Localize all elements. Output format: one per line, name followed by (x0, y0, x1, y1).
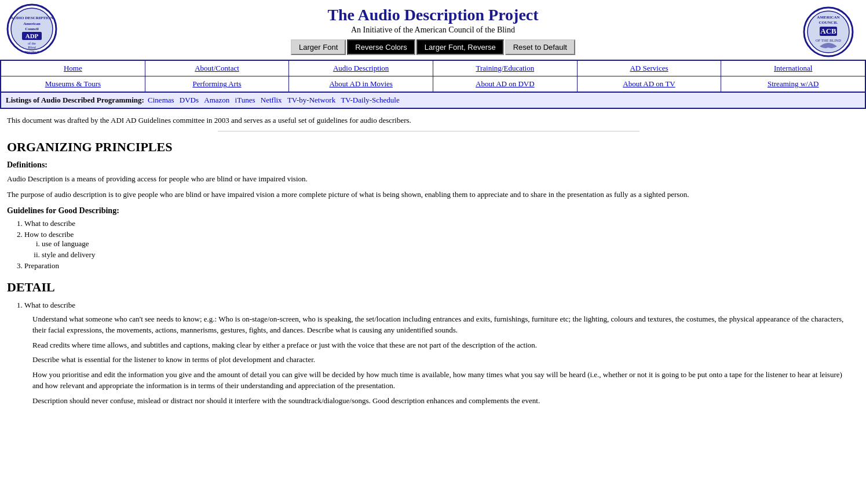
nav-ad-services-link[interactable]: AD Services (630, 64, 668, 72)
detail-item-1-para-4: How you prioritise and edit the informat… (32, 369, 850, 392)
nav-streaming[interactable]: Streaming w/AD (721, 76, 865, 92)
nav-tv[interactable]: About AD on TV (578, 76, 722, 92)
nav-audio-description[interactable]: Audio Description (289, 61, 433, 76)
reverse-colors-button[interactable]: Reverse Colors (347, 39, 415, 55)
nav-training[interactable]: Training/Education (433, 61, 578, 76)
nav-dvd[interactable]: About AD on DVD (433, 76, 578, 92)
detail-item-1-para-2: Read credits where time allows, and subt… (32, 339, 850, 351)
nav-performing[interactable]: Performing Arts (145, 76, 290, 92)
nav-home[interactable]: Home (1, 61, 145, 76)
definitions-heading: Definitions: (7, 160, 850, 170)
larger-font-button[interactable]: Larger Font (291, 39, 346, 55)
nav-audio-desc-link[interactable]: Audio Description (333, 64, 389, 72)
detail-list: What to describe Understand what someone… (24, 301, 850, 407)
nav-about-link[interactable]: About/Contact (195, 64, 239, 72)
guidelines-heading: Guidelines for Good Describing: (7, 206, 850, 216)
detail-item-1-para-3: Describe what is essential for the liste… (32, 354, 850, 366)
page-header: The Audio Description Project An Initiat… (0, 0, 866, 60)
toolbar: Larger Font Reverse Colors Larger Font, … (291, 39, 575, 55)
nav-tv-link[interactable]: About AD on TV (623, 79, 675, 88)
detail-item-1-title: What to describe (24, 301, 850, 310)
nav-home-link[interactable]: Home (64, 64, 82, 72)
detail-item-1-para-5: Description should never confuse, mislea… (32, 395, 850, 407)
nav-international-link[interactable]: International (774, 64, 812, 72)
nav-international[interactable]: International (721, 61, 865, 76)
listings-tv-daily[interactable]: TV-Daily-Schedule (341, 96, 399, 104)
main-content: This document was drafted by the ADI AD … (0, 109, 857, 418)
page-subtitle: An Initiative of the American Council of… (291, 25, 575, 35)
listings-label: Listings of Audio Described Programming: (6, 96, 144, 104)
definition-1: Audio Description is a means of providin… (7, 173, 850, 185)
guideline-2-sub-2: style and delivery (42, 250, 850, 260)
section-divider (218, 131, 640, 132)
nav-museums-link[interactable]: Museums & Tours (45, 79, 101, 88)
listings-amazon[interactable]: Amazon (204, 96, 229, 104)
guideline-2-sub-1: use of language (42, 239, 850, 249)
listings-tv-network[interactable]: TV-by-Network (287, 96, 335, 104)
detail-item-1-para-1: Understand what someone who can't see ne… (32, 313, 850, 336)
larger-font-reverse-button[interactable]: Larger Font, Reverse (416, 39, 504, 55)
intro-paragraph: This document was drafted by the ADI AD … (7, 115, 850, 126)
listings-cinemas[interactable]: Cinemas (148, 96, 174, 104)
nav-training-link[interactable]: Training/Education (476, 64, 535, 72)
organizing-principles-heading: ORGANIZING PRINCIPLES (7, 140, 850, 155)
nav-row-1: Home About/Contact Audio Description Tra… (1, 61, 865, 76)
listings-dvds[interactable]: DVDs (180, 96, 199, 104)
guideline-3: Preparation (24, 261, 850, 271)
nav-dvd-link[interactable]: About AD on DVD (476, 79, 534, 88)
page-title: The Audio Description Project (291, 6, 575, 24)
nav-movies[interactable]: About AD in Movies (289, 76, 433, 92)
detail-heading: DETAIL (7, 280, 850, 295)
nav-movies-link[interactable]: About AD in Movies (329, 79, 392, 88)
nav-streaming-link[interactable]: Streaming w/AD (768, 79, 819, 88)
nav-performing-link[interactable]: Performing Arts (192, 79, 241, 88)
nav-ad-services[interactable]: AD Services (578, 61, 722, 76)
guideline-2: How to describe use of language style an… (24, 230, 850, 260)
listings-row: Listings of Audio Described Programming:… (1, 92, 865, 108)
reset-to-default-button[interactable]: Reset to Default (505, 39, 575, 55)
nav-museums[interactable]: Museums & Tours (1, 76, 145, 92)
detail-item-1: What to describe Understand what someone… (24, 301, 850, 407)
nav-about[interactable]: About/Contact (145, 61, 290, 76)
nav-row-2: Museums & Tours Performing Arts About AD… (1, 76, 865, 92)
nav-container: Home About/Contact Audio Description Tra… (0, 60, 866, 109)
definition-2: The purpose of audio description is to g… (7, 189, 850, 200)
guidelines-list: What to describe How to describe use of … (24, 219, 850, 271)
listings-netflix[interactable]: Netflix (261, 96, 282, 104)
listings-itunes[interactable]: iTunes (235, 96, 255, 104)
guideline-2-sub: use of language style and delivery (42, 239, 850, 260)
guideline-1: What to describe (24, 219, 850, 228)
